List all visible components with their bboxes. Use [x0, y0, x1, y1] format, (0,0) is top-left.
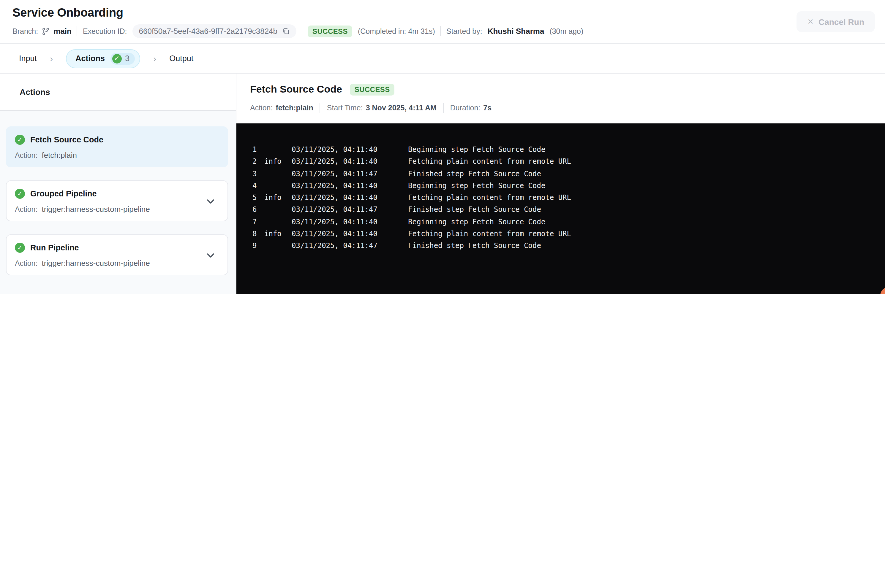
- meta-action-value: fetch:plain: [275, 104, 313, 112]
- action-value: fetch:plain: [42, 151, 77, 160]
- action-label: Action:: [15, 151, 38, 160]
- log-line-tag: info: [264, 156, 292, 168]
- tab-actions[interactable]: Actions ✓ 3: [66, 49, 140, 68]
- divider: [440, 26, 441, 36]
- app-root: Service Onboarding Branch: main Executio…: [0, 0, 885, 294]
- execution-meta: Branch: main Execution ID: 660f50a7-5eef…: [12, 24, 885, 38]
- success-check-icon: ✓: [15, 135, 25, 145]
- action-label: Action:: [15, 259, 38, 268]
- log-lines: 103/11/2025, 04:11:40Beginning step Fetc…: [253, 144, 885, 252]
- execution-id-chip[interactable]: 660f50a7-5eef-43a6-9ff7-2a2179c3824b: [132, 24, 297, 38]
- meta-start-time-value: 3 Nov 2025, 4:11 AM: [366, 104, 436, 112]
- meta-start-time-label: Start Time:: [327, 104, 363, 112]
- log-line-timestamp: 03/11/2025, 04:11:47: [292, 204, 408, 216]
- log-line: 5info03/11/2025, 04:11:40Fetching plain …: [253, 192, 885, 204]
- divider: [320, 103, 321, 113]
- log-line: 8info03/11/2025, 04:11:40Fetching plain …: [253, 228, 885, 240]
- action-card[interactable]: ✓Run PipelineAction:trigger:harness-cust…: [6, 234, 228, 275]
- meta-duration-value: 7s: [483, 104, 492, 112]
- git-branch-icon: [42, 27, 50, 35]
- check-icon: ✓: [112, 54, 122, 63]
- log-line: 603/11/2025, 04:11:47Finished step Fetch…: [253, 204, 885, 216]
- action-value: trigger:harness-custom-pipeline: [42, 259, 150, 268]
- log-line-number: 4: [253, 180, 264, 192]
- page-title: Service Onboarding: [12, 6, 885, 20]
- action-card[interactable]: ✓Fetch Source CodeAction:fetch:plain: [6, 126, 228, 167]
- actions-sidebar: Actions ✓Fetch Source CodeAction:fetch:p…: [0, 74, 236, 294]
- branch-label: Branch:: [12, 27, 38, 35]
- log-line-number: 2: [253, 156, 264, 168]
- log-line-timestamp: 03/11/2025, 04:11:40: [292, 228, 408, 240]
- log-line-tag: [264, 144, 292, 156]
- step-title: Fetch Source Code: [250, 84, 342, 96]
- started-by-name: Khushi Sharma: [488, 27, 544, 36]
- cancel-run-label: Cancel Run: [819, 17, 864, 26]
- execution-id-value: 660f50a7-5eef-43a6-9ff7-2a2179c3824b: [139, 27, 278, 36]
- log-line-message: Finished step Fetch Source Code: [408, 168, 885, 180]
- log-line-timestamp: 03/11/2025, 04:11:40: [292, 192, 408, 204]
- action-card-title-row: ✓Run Pipeline: [15, 243, 219, 253]
- log-line-timestamp: 03/11/2025, 04:11:40: [292, 216, 408, 228]
- log-line-message: Finished step Fetch Source Code: [408, 240, 885, 252]
- actions-count-badge: ✓ 3: [110, 52, 135, 64]
- log-line-number: 3: [253, 168, 264, 180]
- log-line-number: 6: [253, 204, 264, 216]
- log-line-tag: [264, 180, 292, 192]
- success-check-icon: ✓: [15, 243, 25, 253]
- log-line-timestamp: 03/11/2025, 04:11:40: [292, 156, 408, 168]
- log-line: 703/11/2025, 04:11:40Beginning step Fetc…: [253, 216, 885, 228]
- log-line-message: Beginning step Fetch Source Code: [408, 144, 885, 156]
- divider: [302, 26, 303, 36]
- log-line-timestamp: 03/11/2025, 04:11:47: [292, 240, 408, 252]
- content-body: Actions ✓Fetch Source CodeAction:fetch:p…: [0, 74, 885, 294]
- action-card-title: Fetch Source Code: [30, 135, 103, 144]
- sidebar-heading: Actions: [0, 74, 236, 111]
- log-line-message: Beginning step Fetch Source Code: [408, 180, 885, 192]
- log-line: 103/11/2025, 04:11:40Beginning step Fetc…: [253, 144, 885, 156]
- run-status-badge: SUCCESS: [308, 25, 352, 37]
- action-card[interactable]: ✓Grouped PipelineAction:trigger:harness-…: [6, 180, 228, 221]
- action-label: Action:: [15, 205, 38, 214]
- branch-name: main: [53, 27, 72, 36]
- log-line-tag: info: [264, 228, 292, 240]
- tab-input[interactable]: Input: [19, 54, 37, 63]
- step-detail-panel: Fetch Source Code SUCCESS Action: fetch:…: [236, 74, 885, 294]
- action-card-meta: Action:trigger:harness-custom-pipeline: [15, 259, 219, 268]
- copy-icon[interactable]: [282, 27, 290, 35]
- chevron-right-icon: ›: [153, 54, 156, 63]
- log-line-tag: [264, 168, 292, 180]
- page-header: Service Onboarding Branch: main Executio…: [0, 0, 885, 44]
- action-card-meta: Action:trigger:harness-custom-pipeline: [15, 205, 219, 214]
- meta-duration-label: Duration:: [450, 104, 480, 112]
- log-line-number: 1: [253, 144, 264, 156]
- started-by-label: Started by:: [446, 27, 482, 35]
- action-value: trigger:harness-custom-pipeline: [42, 205, 150, 214]
- completed-in-text: (Completed in: 4m 31s): [358, 27, 435, 35]
- log-line-tag: [264, 216, 292, 228]
- action-card-title: Run Pipeline: [30, 243, 79, 252]
- tab-output[interactable]: Output: [169, 54, 193, 63]
- log-line-message: Beginning step Fetch Source Code: [408, 216, 885, 228]
- action-list: ✓Fetch Source CodeAction:fetch:plain✓Gro…: [0, 111, 236, 294]
- notification-dot[interactable]: [880, 287, 885, 294]
- step-detail-header: Fetch Source Code SUCCESS Action: fetch:…: [236, 74, 885, 123]
- divider: [77, 26, 78, 36]
- log-line-tag: [264, 204, 292, 216]
- log-line-timestamp: 03/11/2025, 04:11:40: [292, 144, 408, 156]
- log-line: 2info03/11/2025, 04:11:40Fetching plain …: [253, 156, 885, 168]
- log-line-message: Finished step Fetch Source Code: [408, 204, 885, 216]
- action-card-meta: Action:fetch:plain: [15, 151, 219, 160]
- action-card-title-row: ✓Fetch Source Code: [15, 135, 219, 145]
- close-icon: ✕: [807, 17, 814, 26]
- action-card-title-row: ✓Grouped Pipeline: [15, 189, 219, 199]
- stepper-tabs: Input › Actions ✓ 3 › Output: [0, 44, 885, 74]
- actions-count: 3: [125, 54, 129, 63]
- meta-action-label: Action:: [250, 104, 272, 112]
- log-line-number: 7: [253, 216, 264, 228]
- log-line-number: 9: [253, 240, 264, 252]
- log-line-number: 8: [253, 228, 264, 240]
- log-line: 903/11/2025, 04:11:47Finished step Fetch…: [253, 240, 885, 252]
- log-console[interactable]: 103/11/2025, 04:11:40Beginning step Fetc…: [236, 123, 885, 294]
- execution-id-label: Execution ID:: [83, 27, 127, 35]
- cancel-run-button[interactable]: ✕ Cancel Run: [796, 11, 875, 32]
